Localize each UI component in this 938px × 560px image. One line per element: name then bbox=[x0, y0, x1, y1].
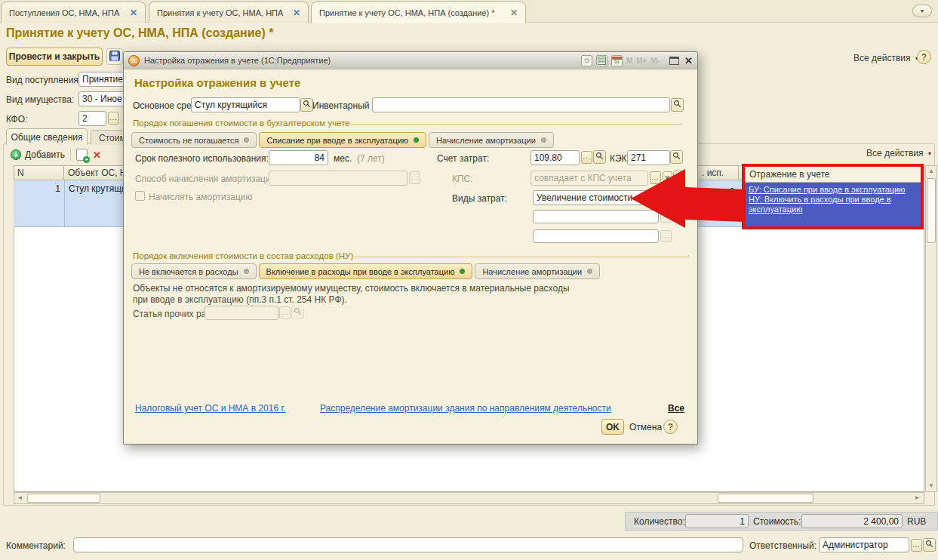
reflection-cell[interactable]: БУ: Списание при вводе в эксплуатацию НУ… bbox=[745, 183, 921, 226]
cancel-button[interactable]: Отмена bbox=[629, 422, 662, 432]
maximize-icon[interactable] bbox=[669, 57, 679, 65]
cost-kinds-input[interactable]: Увеличение стоимости основны bbox=[533, 190, 659, 205]
bu-option-depreciation[interactable]: Начисление амортизации bbox=[429, 132, 554, 148]
bu-option-not-repaid[interactable]: Стоимость не погашается bbox=[131, 132, 257, 148]
tab-label: Поступления ОС, НМА, НПА bbox=[9, 8, 119, 17]
window-tab-bar: Поступления ОС, НМА, НПА ✕ Принятия к уч… bbox=[0, 0, 938, 23]
tab-acceptances[interactable]: Принятия к учету ОС, НМА, НПА ✕ bbox=[149, 2, 309, 23]
memory-mminus-button[interactable]: M- bbox=[650, 57, 660, 65]
column-header-useful-life-fragment[interactable]: . исп. bbox=[702, 168, 724, 178]
tab-acceptance-new[interactable]: Принятие к учету ОС, НМА, НПА (создание)… bbox=[311, 2, 526, 23]
kps-choose-button[interactable]: ... bbox=[650, 171, 661, 184]
quantity-label: Количество: bbox=[634, 516, 685, 527]
kfo-input[interactable]: 2 bbox=[78, 111, 106, 126]
column-header-object[interactable]: Объект ОС, Н bbox=[68, 168, 127, 178]
column-header-reflection[interactable]: Отражение в учете bbox=[745, 167, 921, 183]
useful-life-input[interactable]: 84 bbox=[269, 150, 328, 165]
add-row-button[interactable]: + Добавить bbox=[11, 149, 65, 160]
copy-row-button[interactable]: + bbox=[76, 149, 88, 161]
nu-section-caption: Порядок включения стоимости в состав рас… bbox=[133, 251, 353, 260]
kfo-choose-button[interactable]: ... bbox=[108, 112, 119, 125]
depreciation-method-input[interactable] bbox=[269, 171, 407, 186]
calendar-icon[interactable]: 31 bbox=[611, 55, 623, 66]
scroll-left-button[interactable]: ◄ bbox=[14, 493, 26, 503]
other-expenses-input[interactable] bbox=[205, 306, 278, 320]
reflection-nu-link[interactable]: НУ: Включить в расходы при вводе в bbox=[749, 195, 917, 205]
kek-search-button[interactable] bbox=[670, 150, 683, 164]
cost-account-search-button[interactable] bbox=[593, 150, 606, 164]
kek-input[interactable]: 271 bbox=[627, 150, 670, 165]
cost-account-choose-button[interactable]: ... bbox=[581, 151, 592, 164]
inventory-search-button[interactable] bbox=[671, 98, 684, 112]
nu-option-not-included[interactable]: Не включается в расходы bbox=[131, 263, 257, 279]
kps-input[interactable]: совпадает с КПС учета bbox=[531, 171, 648, 186]
responsible-label: Ответственный: bbox=[749, 540, 817, 551]
scroll-up-button[interactable]: ▲ bbox=[926, 166, 936, 177]
close-icon[interactable]: ✕ bbox=[510, 8, 518, 18]
horizontal-scroll-thumb-right[interactable] bbox=[718, 494, 813, 503]
horizontal-scrollbar[interactable]: ◄ ► bbox=[14, 492, 924, 504]
extra-field-1[interactable] bbox=[533, 210, 659, 223]
save-button[interactable] bbox=[106, 48, 123, 65]
scroll-down-button[interactable]: ▼ bbox=[926, 481, 936, 491]
settings-dialog: 1С Настройка отражения в учете (1С:Предп… bbox=[123, 51, 698, 445]
fixed-asset-search-button[interactable] bbox=[300, 98, 313, 112]
comment-input[interactable] bbox=[73, 537, 743, 552]
vertical-scroll-thumb[interactable] bbox=[927, 178, 936, 243]
cost-account-input[interactable]: 109.80 bbox=[531, 150, 580, 165]
accrue-depreciation-checkbox[interactable] bbox=[135, 191, 145, 201]
nu-note-line1: Объекты не относятся к амортизируемому и… bbox=[133, 283, 570, 294]
kps-clear-button[interactable]: ✕ bbox=[663, 171, 672, 184]
search-icon bbox=[675, 192, 683, 202]
kps-search-button[interactable] bbox=[673, 171, 684, 184]
close-icon[interactable]: ✕ bbox=[293, 8, 300, 18]
floppy-disk-icon bbox=[109, 51, 120, 63]
inventory-input[interactable] bbox=[372, 97, 670, 112]
bu-option-writeoff-on-commissioning[interactable]: Списание при вводе в эксплуатацию bbox=[259, 132, 426, 148]
close-icon[interactable]: ✕ bbox=[684, 55, 693, 66]
currency-label: RUB bbox=[907, 516, 926, 527]
dialog-title-bar[interactable]: 1С Настройка отражения в учете (1С:Предп… bbox=[124, 52, 697, 69]
cost-kinds-search-button[interactable] bbox=[672, 190, 685, 204]
dialog-help-button[interactable]: ? bbox=[663, 420, 678, 434]
memory-mplus-button[interactable]: M+ bbox=[636, 57, 647, 65]
calculator-icon[interactable] bbox=[596, 55, 607, 66]
all-actions-menu-table[interactable]: Все действия ▼ bbox=[866, 148, 932, 158]
tax-accounting-link[interactable]: Налоговый учет ОС и НМА в 2016 г. bbox=[135, 403, 286, 414]
nu-option-depreciation[interactable]: Начисление амортизации bbox=[475, 263, 600, 279]
nu-option-include-on-commissioning[interactable]: Включение в расходы при вводе в эксплуат… bbox=[259, 263, 473, 279]
accrue-depreciation-label: Начислять амортизацию bbox=[149, 192, 253, 202]
tab-general-info[interactable]: Общие сведения bbox=[6, 128, 88, 145]
row-cell-divider bbox=[64, 180, 65, 227]
responsible-search-button[interactable] bbox=[923, 538, 936, 552]
vertical-scrollbar[interactable]: ▲ ▼ bbox=[925, 165, 937, 492]
help-button[interactable]: ? bbox=[917, 50, 931, 64]
tab-receipts[interactable]: Поступления ОС, НМА, НПА ✕ bbox=[1, 2, 146, 23]
cost-kinds-choose-button[interactable]: ... bbox=[660, 191, 672, 204]
all-actions-menu-top[interactable]: Все действия ▼ bbox=[853, 53, 919, 63]
option-label: Списание при вводе в эксплуатацию bbox=[266, 136, 408, 145]
column-header-n[interactable]: N bbox=[14, 165, 64, 180]
extra-field-2[interactable] bbox=[533, 229, 659, 243]
reflection-nu-link-wrap[interactable]: эксплуатацию bbox=[749, 205, 917, 214]
delete-row-button[interactable]: ✕ bbox=[93, 149, 101, 161]
tab-overflow-button[interactable]: ▼ bbox=[912, 5, 932, 17]
ok-button[interactable]: OK bbox=[601, 419, 624, 435]
reflection-bu-link[interactable]: БУ: Списание при вводе в эксплуатацию bbox=[749, 185, 917, 195]
chevron-down-icon: ▼ bbox=[927, 151, 932, 156]
nu-option-group: Не включается в расходы Включение в расх… bbox=[131, 263, 600, 279]
fixed-asset-input[interactable]: Стул крутящийся bbox=[191, 97, 300, 112]
arrow-down-icon: ▼ bbox=[928, 483, 934, 489]
horizontal-scroll-thumb[interactable] bbox=[27, 494, 100, 503]
responsible-choose-button[interactable]: ... bbox=[911, 539, 922, 552]
all-link[interactable]: Все bbox=[668, 403, 684, 414]
state-dot-icon bbox=[460, 269, 465, 274]
depreciation-distribution-link[interactable]: Распределение амортизации здания по напр… bbox=[320, 403, 611, 414]
close-icon[interactable]: ✕ bbox=[130, 8, 137, 18]
responsible-input[interactable]: Администратор bbox=[819, 537, 909, 552]
scroll-right-button[interactable]: ► bbox=[912, 493, 923, 503]
add-badge-icon: + bbox=[83, 156, 90, 163]
memory-m-button[interactable]: M bbox=[626, 57, 632, 65]
favorites-icon[interactable]: ✩ bbox=[581, 55, 592, 66]
post-and-close-button[interactable]: Провести и закрыть bbox=[6, 48, 103, 66]
